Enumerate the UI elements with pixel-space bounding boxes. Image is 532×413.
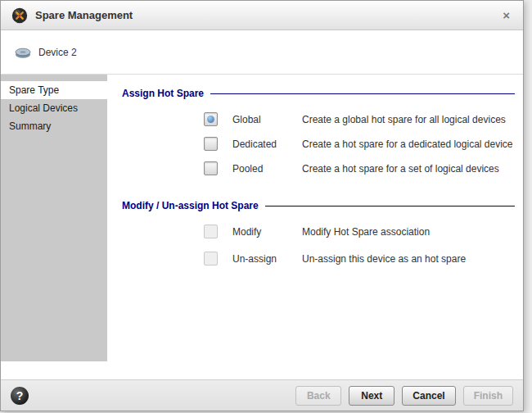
selected-dot xyxy=(207,116,214,123)
section-title-text: Assign Hot Spare xyxy=(122,88,204,99)
dedicated-checkbox[interactable] xyxy=(204,137,218,151)
option-dedicated: Dedicated Create a hot spare for a dedic… xyxy=(204,137,515,151)
section-rule xyxy=(265,206,515,206)
option-label: Global xyxy=(232,114,302,125)
back-button: Back xyxy=(295,386,341,406)
option-label: Modify xyxy=(232,226,302,238)
option-label: Pooled xyxy=(232,163,302,175)
sidebar-item-summary[interactable]: Summary xyxy=(1,117,107,135)
next-button[interactable]: Next xyxy=(349,386,394,406)
dialog-body: Spare Type Logical Devices Summary Assig… xyxy=(1,75,523,361)
footer-buttons: Back Next Cancel Finish xyxy=(295,386,513,406)
option-description: Modify Hot Spare association xyxy=(302,226,430,238)
modify-checkbox xyxy=(204,225,218,238)
window-title: Spare Management xyxy=(35,9,133,21)
sidebar-item-spare-type[interactable]: Spare Type xyxy=(1,81,107,99)
finish-button: Finish xyxy=(463,386,513,406)
device-icon xyxy=(14,45,32,59)
help-icon[interactable]: ? xyxy=(11,387,29,405)
wizard-sidebar: Spare Type Logical Devices Summary xyxy=(1,75,107,361)
section-title-text: Modify / Un-assign Hot Spare xyxy=(122,200,259,211)
option-global: Global Create a global hot spare for all… xyxy=(204,112,515,126)
sidebar-item-logical-devices[interactable]: Logical Devices xyxy=(1,99,107,117)
option-description: Create a global hot spare for all logica… xyxy=(302,114,506,125)
spare-management-dialog: Spare Management × Device 2 Spare Type L… xyxy=(0,0,524,411)
dialog-footer: ? Back Next Cancel Finish xyxy=(1,379,523,411)
window-titlebar: Spare Management × xyxy=(1,1,523,30)
unassign-checkbox xyxy=(204,252,218,266)
pooled-checkbox[interactable] xyxy=(204,161,218,175)
assign-hot-spare-section-title: Assign Hot Spare xyxy=(122,88,515,99)
modify-unassign-section-title: Modify / Un-assign Hot Spare xyxy=(122,200,515,211)
global-checkbox[interactable] xyxy=(204,112,218,126)
device-label: Device 2 xyxy=(38,47,77,58)
cancel-button[interactable]: Cancel xyxy=(402,386,455,406)
option-unassign: Un-assign Un-assign this device as an ho… xyxy=(204,252,515,266)
main-panel: Assign Hot Spare Global Create a global … xyxy=(107,75,523,361)
spare-management-icon xyxy=(11,7,29,25)
option-label: Dedicated xyxy=(232,138,302,150)
close-icon[interactable]: × xyxy=(499,7,513,23)
option-label: Un-assign xyxy=(232,253,302,265)
option-description: Un-assign this device as an hot spare xyxy=(302,253,466,265)
option-description: Create a hot spare for a set of logical … xyxy=(302,163,499,175)
device-header: Device 2 xyxy=(1,30,523,75)
option-modify: Modify Modify Hot Spare association xyxy=(204,225,515,238)
section-rule xyxy=(210,93,515,94)
option-description: Create a hot spare for a dedicated logic… xyxy=(302,138,513,150)
footer-spacer xyxy=(1,361,523,379)
option-pooled: Pooled Create a hot spare for a set of l… xyxy=(204,161,515,175)
